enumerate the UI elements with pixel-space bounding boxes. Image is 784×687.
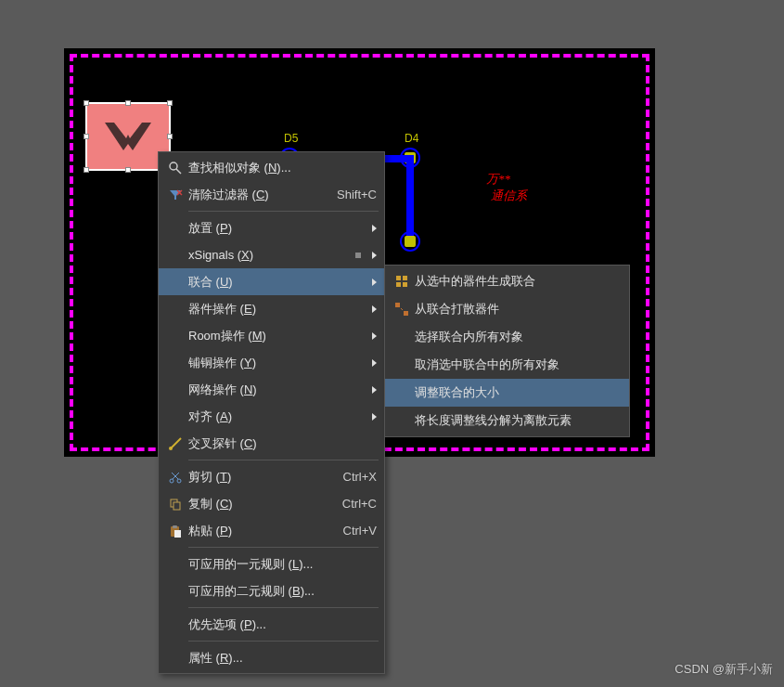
menu-item-properties[interactable]: 属性 (R)...	[159, 644, 384, 671]
indicator-dot-icon	[355, 253, 361, 258]
menu-item-xsignals[interactable]: xSignals (X)	[159, 241, 384, 268]
menu-item-component-ops[interactable]: 器件操作 (E)	[159, 295, 384, 322]
menu-label: 从选中的器件生成联合	[415, 273, 622, 290]
menu-item-binary-rules[interactable]: 可应用的二元规则 (B)...	[159, 577, 384, 604]
svg-point-2	[170, 162, 177, 170]
menu-item-cut[interactable]: 剪切 (T) Ctrl+X	[159, 463, 384, 490]
resize-handle[interactable]	[84, 167, 89, 173]
component-label-d5: D5	[284, 132, 298, 145]
component-label-d4: D4	[405, 132, 418, 145]
menu-shortcut: Ctrl+V	[334, 524, 377, 538]
menu-label: xSignals (X)	[188, 248, 355, 262]
menu-separator	[188, 211, 379, 212]
resize-handle[interactable]	[125, 167, 131, 173]
svg-rect-17	[403, 276, 407, 280]
menu-item-find-similar[interactable]: 查找相似对象 (N)...	[159, 154, 384, 181]
filter-clear-icon	[162, 188, 188, 202]
watermark-text: CSDN @新手小新	[675, 661, 773, 678]
svg-rect-14	[173, 525, 177, 528]
union-submenu[interactable]: 从选中的器件生成联合 从联合打散器件 选择联合内所有对象 取消选中联合中的所有对…	[384, 265, 630, 437]
submenu-arrow-icon	[372, 413, 377, 421]
menu-separator	[188, 607, 379, 608]
menu-item-paste[interactable]: 粘贴 (P) Ctrl+V	[159, 517, 384, 544]
menu-item-clear-filter[interactable]: 清除过滤器 (C) Shift+C	[159, 181, 384, 208]
search-icon	[162, 161, 188, 175]
menu-label: 从联合打散器件	[415, 301, 622, 318]
menu-label: 器件操作 (E)	[188, 301, 365, 318]
menu-item-cross-probe[interactable]: 交叉探针 (C)	[159, 430, 384, 457]
menu-label: 可应用的一元规则 (L)...	[188, 556, 377, 573]
menu-item-union[interactable]: 联合 (U)	[159, 268, 384, 295]
component-pad[interactable]	[400, 231, 420, 252]
menu-separator	[188, 460, 379, 460]
menu-label: 清除过滤器 (C)	[188, 187, 328, 203]
resize-handle[interactable]	[167, 134, 173, 139]
menu-shortcut: Shift+C	[328, 188, 377, 201]
resize-handle[interactable]	[167, 100, 173, 106]
svg-rect-18	[396, 282, 401, 287]
svg-point-8	[177, 479, 181, 483]
menu-item-place[interactable]: 放置 (P)	[159, 214, 384, 241]
menu-label: 联合 (U)	[188, 274, 365, 291]
submenu-arrow-icon	[372, 305, 377, 313]
svg-line-3	[176, 169, 181, 174]
menu-item-preferences[interactable]: 优先选项 (P)...	[159, 611, 384, 638]
svg-rect-12	[174, 502, 180, 510]
svg-point-6	[169, 447, 173, 450]
svg-rect-15	[174, 530, 181, 538]
submenu-arrow-icon	[372, 332, 377, 340]
submenu-item-break-union[interactable]: 从联合打散器件	[385, 295, 629, 323]
menu-label: 交叉探针 (C)	[188, 435, 377, 452]
submenu-item-create-from-selection[interactable]: 从选中的器件生成联合	[385, 267, 629, 295]
menu-label: 将长度调整线分解为离散元素	[415, 412, 622, 429]
svg-point-7	[170, 479, 174, 483]
svg-rect-19	[403, 282, 407, 287]
svg-rect-21	[404, 311, 408, 316]
svg-rect-20	[395, 303, 400, 307]
paste-icon	[162, 524, 188, 538]
menu-label: 铺铜操作 (Y)	[188, 355, 365, 371]
menu-separator	[188, 641, 379, 642]
silkscreen-text[interactable]: 万**	[486, 171, 510, 188]
menu-label: 网络操作 (N)	[188, 382, 365, 398]
svg-point-1	[133, 137, 138, 143]
svg-line-10	[172, 473, 178, 479]
menu-label: 剪切 (T)	[188, 469, 334, 486]
menu-item-polygon-ops[interactable]: 铺铜操作 (Y)	[159, 349, 384, 376]
menu-separator	[188, 547, 379, 548]
menu-item-align[interactable]: 对齐 (A)	[159, 403, 384, 430]
resize-handle[interactable]	[125, 100, 131, 106]
submenu-arrow-icon	[372, 386, 377, 394]
menu-item-unary-rules[interactable]: 可应用的一元规则 (L)...	[159, 551, 384, 577]
submenu-item-deselect-all-in-union[interactable]: 取消选中联合中的所有对象	[385, 351, 629, 379]
menu-shortcut: Ctrl+C	[333, 497, 377, 511]
copy-icon	[162, 497, 188, 512]
resize-handle[interactable]	[84, 100, 89, 106]
menu-label: 对齐 (A)	[188, 408, 365, 425]
menu-item-net-ops[interactable]: 网络操作 (N)	[159, 376, 384, 403]
menu-label: Room操作 (M)	[188, 328, 365, 344]
context-menu[interactable]: 查找相似对象 (N)... 清除过滤器 (C) Shift+C 放置 (P) x…	[158, 151, 385, 674]
svg-rect-16	[396, 276, 401, 280]
menu-item-room-ops[interactable]: Room操作 (M)	[159, 322, 384, 349]
resize-handle[interactable]	[84, 134, 89, 139]
menu-label: 复制 (C)	[188, 496, 333, 512]
pcb-trace[interactable]	[406, 155, 414, 239]
menu-label: 粘贴 (P)	[188, 523, 334, 539]
submenu-item-select-all-in-union[interactable]: 选择联合内所有对象	[385, 323, 629, 351]
union-break-icon	[389, 302, 415, 317]
menu-label: 调整联合的大小	[415, 384, 622, 401]
menu-label: 属性 (R)...	[188, 650, 377, 667]
menu-label: 优先选项 (P)...	[188, 616, 377, 633]
submenu-arrow-icon	[372, 359, 377, 367]
cut-icon	[162, 470, 188, 485]
svg-point-0	[118, 137, 123, 143]
submenu-arrow-icon	[372, 279, 377, 286]
union-create-icon	[389, 274, 415, 289]
menu-item-copy[interactable]: 复制 (C) Ctrl+C	[159, 490, 384, 517]
menu-label: 可应用的二元规则 (B)...	[188, 583, 377, 600]
svg-line-9	[173, 473, 179, 479]
silkscreen-text[interactable]: 通信系	[491, 188, 527, 204]
submenu-item-decompose-tuning[interactable]: 将长度调整线分解为离散元素	[385, 407, 629, 434]
submenu-item-resize-union[interactable]: 调整联合的大小	[385, 379, 629, 407]
